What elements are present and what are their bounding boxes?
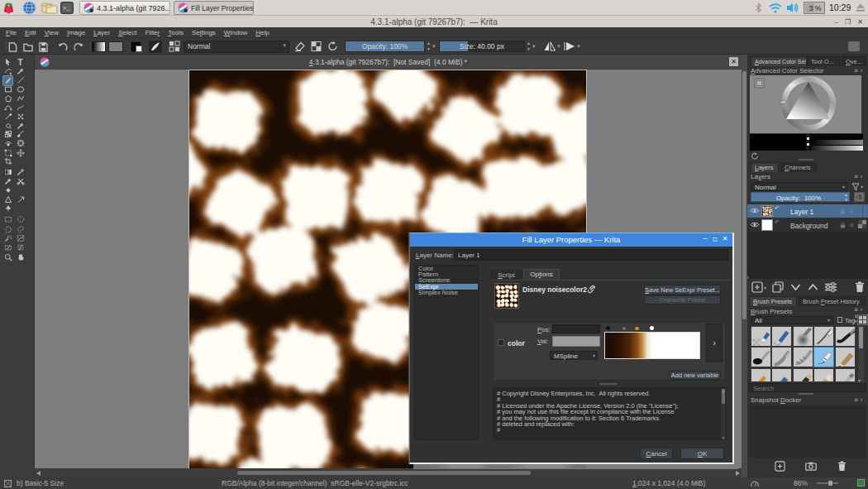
svg-text:>_: >_ [63,5,70,12]
